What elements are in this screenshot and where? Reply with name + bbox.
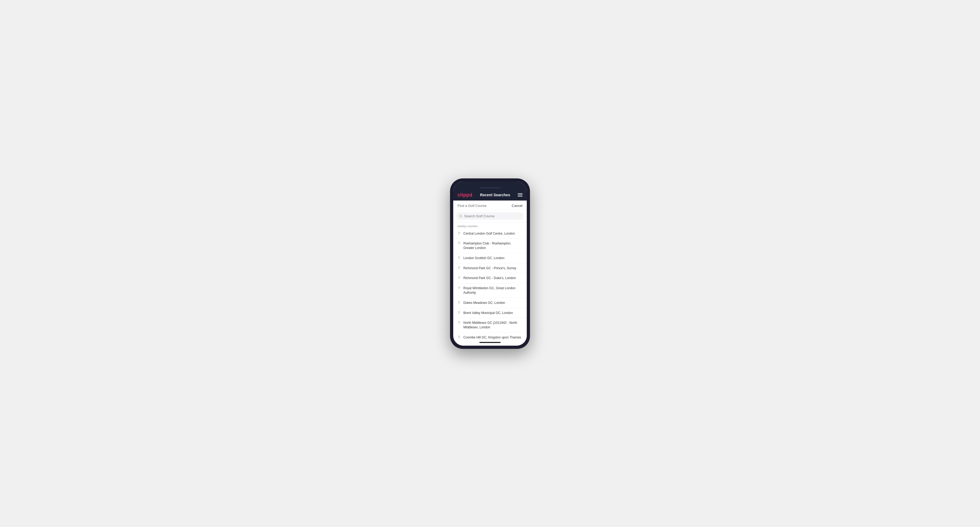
course-name: North Middlesex GC (1011942 - North Midd… (463, 321, 522, 330)
course-name: Dukes Meadows GC, London (463, 301, 505, 305)
svg-point-11 (459, 337, 460, 337)
pin-icon (458, 232, 461, 235)
list-item[interactable]: Royal Wimbledon GC, Great London Authori… (453, 283, 527, 298)
pin-icon (458, 301, 461, 305)
pin-icon (458, 276, 461, 280)
course-name: Richmond Park GC - Duke's, London (463, 276, 516, 280)
course-list: Central London Golf Centre, London Roeha… (453, 229, 527, 340)
list-item[interactable]: Brent Valley Municipal GC, London (453, 308, 527, 318)
svg-point-4 (459, 257, 460, 258)
menu-icon[interactable] (518, 193, 522, 197)
list-item[interactable]: Central London Golf Centre, London (453, 229, 527, 239)
home-indicator (453, 340, 527, 346)
svg-point-6 (459, 277, 460, 278)
list-item[interactable]: Richmond Park GC - Prince's, Surrey (453, 264, 527, 273)
pin-icon (458, 266, 461, 270)
search-icon (459, 214, 463, 218)
phone-screen: clippd Recent Searches Find a Golf Cours… (453, 182, 527, 346)
course-name: London Scottish GC, London (463, 256, 504, 260)
list-item[interactable]: Richmond Park GC - Duke's, London (453, 273, 527, 283)
nav-title: Recent Searches (480, 193, 510, 197)
nav-bar: clippd Recent Searches (453, 190, 527, 200)
svg-point-5 (459, 267, 460, 268)
search-container (453, 210, 527, 222)
svg-point-8 (459, 302, 460, 303)
find-header: Find a Golf Course Cancel (453, 200, 527, 210)
search-input[interactable] (464, 214, 521, 218)
svg-point-3 (459, 243, 460, 243)
course-name: Brent Valley Municipal GC, London (463, 311, 513, 315)
home-bar (479, 342, 501, 343)
list-item[interactable]: Dukes Meadows GC, London (453, 298, 527, 308)
svg-line-1 (461, 217, 462, 217)
pin-icon (458, 321, 461, 325)
course-name: Royal Wimbledon GC, Great London Authori… (463, 286, 522, 295)
nearby-section-label: Nearby courses (453, 222, 527, 229)
cancel-button[interactable]: Cancel (512, 204, 522, 208)
svg-point-10 (459, 322, 460, 323)
search-box (457, 212, 523, 220)
pin-icon (458, 256, 461, 260)
course-name: Richmond Park GC - Prince's, Surrey (463, 266, 516, 271)
content-area: Find a Golf Course Cancel Nearby courses (453, 200, 527, 340)
phone-frame: clippd Recent Searches Find a Golf Cours… (450, 178, 530, 349)
list-item[interactable]: North Middlesex GC (1011942 - North Midd… (453, 318, 527, 333)
course-name: Coombe Hill GC, Kingston upon Thames (463, 335, 521, 340)
phone-notch (453, 182, 527, 190)
pin-icon (458, 241, 461, 245)
course-name: Roehampton Club - Roehampton, Greater Lo… (463, 241, 522, 250)
svg-point-9 (459, 312, 460, 313)
find-label: Find a Golf Course (458, 204, 487, 208)
list-item[interactable]: London Scottish GC, London (453, 253, 527, 264)
pin-icon (458, 335, 461, 339)
course-name: Central London Golf Centre, London (463, 232, 515, 236)
pin-icon (458, 311, 461, 315)
pin-icon (458, 286, 461, 290)
app-logo: clippd (458, 192, 473, 198)
svg-point-2 (459, 232, 460, 233)
list-item[interactable]: Roehampton Club - Roehampton, Greater Lo… (453, 239, 527, 253)
svg-point-7 (459, 287, 460, 288)
list-item[interactable]: Coombe Hill GC, Kingston upon Thames (453, 333, 527, 340)
